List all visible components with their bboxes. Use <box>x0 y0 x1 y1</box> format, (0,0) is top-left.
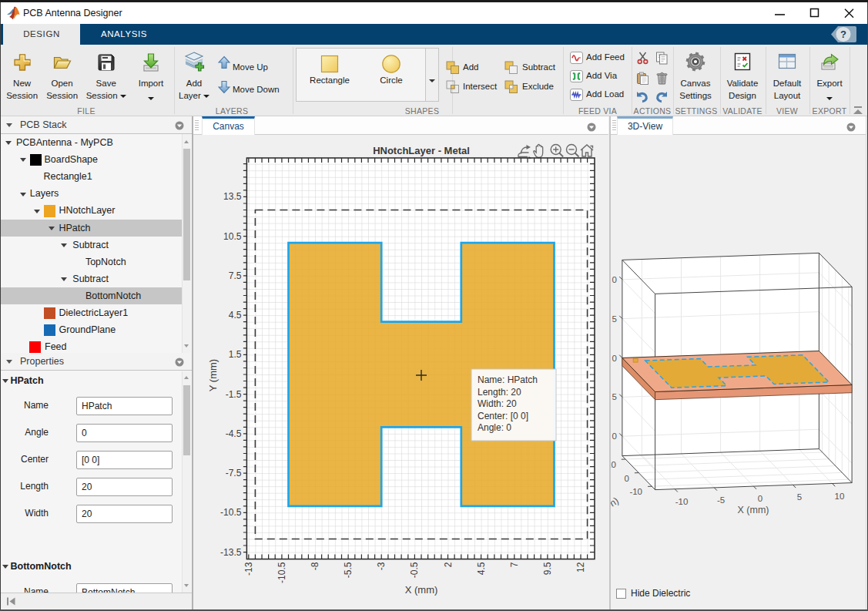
svg-text:X (mm): X (mm) <box>405 584 438 596</box>
svg-text:5: 5 <box>612 314 617 324</box>
svg-text:0: 0 <box>612 431 617 441</box>
svg-text:Angle: 0: Angle: 0 <box>478 422 511 433</box>
svg-text:-10.5: -10.5 <box>276 562 287 583</box>
svg-text:-5.5: -5.5 <box>343 562 354 578</box>
svg-text:-10: -10 <box>629 487 642 496</box>
svg-text:10: 10 <box>835 492 845 501</box>
svg-text:5: 5 <box>797 492 802 502</box>
svg-text:0: 0 <box>625 474 629 483</box>
svg-text:0: 0 <box>758 494 762 503</box>
svg-text:Center: [0 0]: Center: [0 0] <box>478 411 528 421</box>
svg-text:7.5: 7.5 <box>229 270 242 281</box>
svg-text:0: 0 <box>612 354 617 363</box>
svg-text:-5: -5 <box>717 495 725 505</box>
svg-text:-13: -13 <box>243 562 254 576</box>
svg-text:-0.5: -0.5 <box>409 562 420 578</box>
svg-text:7: 7 <box>509 562 520 567</box>
svg-text:n): n) <box>611 495 621 509</box>
svg-text:5: 5 <box>612 392 617 401</box>
svg-text:-10: -10 <box>675 497 689 506</box>
svg-text:4.5: 4.5 <box>229 310 242 321</box>
svg-text:X (mm): X (mm) <box>738 505 769 515</box>
svg-text:-13.5: -13.5 <box>220 547 242 558</box>
svg-text:Y (mm): Y (mm) <box>207 359 219 391</box>
svg-text:2: 2 <box>443 562 454 567</box>
svg-text:10: 10 <box>611 460 616 469</box>
svg-text:-1.5: -1.5 <box>226 389 242 400</box>
svg-text:-8: -8 <box>310 562 320 570</box>
svg-text:?: ? <box>840 29 846 40</box>
svg-text:-3: -3 <box>376 562 387 570</box>
svg-text:Name: HPatch: Name: HPatch <box>478 374 538 385</box>
svg-text:10.5: 10.5 <box>223 231 242 242</box>
svg-text:4.5: 4.5 <box>476 562 487 575</box>
svg-text:-10.5: -10.5 <box>220 507 242 518</box>
svg-text:1.5: 1.5 <box>229 349 242 360</box>
svg-text:-7.5: -7.5 <box>226 468 242 478</box>
svg-text:Length: 20: Length: 20 <box>478 387 521 398</box>
svg-text:9.5: 9.5 <box>542 562 553 575</box>
svg-text:Width: 20: Width: 20 <box>478 398 517 409</box>
svg-text:12: 12 <box>575 562 586 572</box>
svg-text:0: 0 <box>612 275 617 284</box>
svg-text:HNotchLayer - Metal: HNotchLayer - Metal <box>373 145 470 156</box>
svg-text:-4.5: -4.5 <box>226 428 242 439</box>
svg-text:13.5: 13.5 <box>223 191 242 202</box>
